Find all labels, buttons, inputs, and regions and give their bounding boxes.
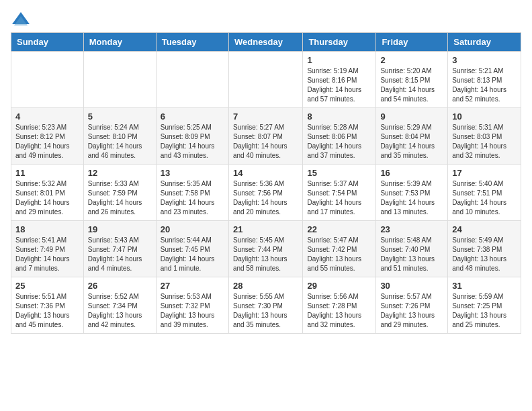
- calendar-cell: 20Sunrise: 5:44 AM Sunset: 7:45 PM Dayli…: [156, 221, 228, 277]
- calendar-cell: 22Sunrise: 5:47 AM Sunset: 7:42 PM Dayli…: [303, 221, 376, 277]
- calendar-cell: 14Sunrise: 5:36 AM Sunset: 7:56 PM Dayli…: [228, 165, 302, 221]
- day-number: 22: [307, 224, 371, 234]
- day-number: 16: [380, 168, 443, 178]
- day-info: Sunrise: 5:40 AM Sunset: 7:51 PM Dayligh…: [452, 179, 517, 217]
- day-number: 19: [88, 224, 152, 234]
- calendar-week-row: 4Sunrise: 5:23 AM Sunset: 8:12 PM Daylig…: [11, 108, 521, 165]
- calendar-cell: [156, 52, 228, 108]
- day-number: 2: [380, 55, 443, 65]
- calendar-cell: 16Sunrise: 5:39 AM Sunset: 7:53 PM Dayli…: [376, 165, 448, 221]
- calendar-cell: 28Sunrise: 5:55 AM Sunset: 7:30 PM Dayli…: [228, 277, 302, 334]
- calendar-cell: 12Sunrise: 5:33 AM Sunset: 7:59 PM Dayli…: [83, 165, 156, 221]
- day-number: 21: [233, 224, 298, 234]
- day-info: Sunrise: 5:35 AM Sunset: 7:58 PM Dayligh…: [161, 179, 224, 217]
- logo: [11, 11, 34, 27]
- calendar-cell: 3Sunrise: 5:21 AM Sunset: 8:13 PM Daylig…: [448, 52, 521, 108]
- day-number: 27: [161, 281, 224, 291]
- day-info: Sunrise: 5:55 AM Sunset: 7:30 PM Dayligh…: [233, 292, 298, 330]
- logo-icon: [11, 11, 31, 27]
- day-info: Sunrise: 5:29 AM Sunset: 8:04 PM Dayligh…: [380, 123, 443, 161]
- calendar-cell: 6Sunrise: 5:25 AM Sunset: 8:09 PM Daylig…: [156, 108, 228, 165]
- calendar-week-row: 1Sunrise: 5:19 AM Sunset: 8:16 PM Daylig…: [11, 52, 521, 108]
- weekday-header: Tuesday: [156, 33, 228, 52]
- calendar-cell: 30Sunrise: 5:57 AM Sunset: 7:26 PM Dayli…: [376, 277, 448, 334]
- day-info: Sunrise: 5:45 AM Sunset: 7:44 PM Dayligh…: [233, 236, 298, 273]
- day-number: 28: [233, 281, 298, 291]
- day-number: 24: [452, 224, 517, 234]
- day-number: 20: [161, 224, 224, 234]
- day-number: 3: [452, 55, 517, 65]
- day-number: 14: [233, 168, 298, 178]
- day-number: 7: [233, 111, 298, 122]
- calendar-cell: 24Sunrise: 5:49 AM Sunset: 7:38 PM Dayli…: [448, 221, 521, 277]
- calendar-cell: 1Sunrise: 5:19 AM Sunset: 8:16 PM Daylig…: [303, 52, 376, 108]
- weekday-header: Monday: [83, 33, 156, 52]
- day-number: 15: [307, 168, 371, 178]
- day-info: Sunrise: 5:36 AM Sunset: 7:56 PM Dayligh…: [233, 179, 298, 217]
- day-number: 17: [452, 168, 517, 178]
- day-number: 23: [380, 224, 443, 234]
- calendar-cell: 31Sunrise: 5:59 AM Sunset: 7:25 PM Dayli…: [448, 277, 521, 334]
- day-info: Sunrise: 5:47 AM Sunset: 7:42 PM Dayligh…: [307, 236, 371, 273]
- day-info: Sunrise: 5:49 AM Sunset: 7:38 PM Dayligh…: [452, 236, 517, 273]
- day-number: 9: [380, 111, 443, 122]
- day-info: Sunrise: 5:41 AM Sunset: 7:49 PM Dayligh…: [15, 236, 79, 273]
- calendar-cell: 29Sunrise: 5:56 AM Sunset: 7:28 PM Dayli…: [303, 277, 376, 334]
- day-info: Sunrise: 5:28 AM Sunset: 8:06 PM Dayligh…: [307, 123, 371, 161]
- calendar-cell: 19Sunrise: 5:43 AM Sunset: 7:47 PM Dayli…: [83, 221, 156, 277]
- weekday-header: Thursday: [303, 33, 376, 52]
- calendar-week-row: 11Sunrise: 5:32 AM Sunset: 8:01 PM Dayli…: [11, 165, 521, 221]
- calendar-week-row: 25Sunrise: 5:51 AM Sunset: 7:36 PM Dayli…: [11, 277, 521, 334]
- day-number: 4: [15, 111, 79, 122]
- day-info: Sunrise: 5:20 AM Sunset: 8:15 PM Dayligh…: [380, 66, 443, 104]
- calendar-cell: 5Sunrise: 5:24 AM Sunset: 8:10 PM Daylig…: [83, 108, 156, 165]
- calendar-week-row: 18Sunrise: 5:41 AM Sunset: 7:49 PM Dayli…: [11, 221, 521, 277]
- calendar-cell: 4Sunrise: 5:23 AM Sunset: 8:12 PM Daylig…: [11, 108, 84, 165]
- day-info: Sunrise: 5:31 AM Sunset: 8:03 PM Dayligh…: [452, 123, 517, 161]
- calendar-table: SundayMondayTuesdayWednesdayThursdayFrid…: [11, 32, 521, 334]
- day-info: Sunrise: 5:33 AM Sunset: 7:59 PM Dayligh…: [88, 179, 152, 217]
- day-number: 26: [88, 281, 152, 291]
- calendar-cell: 7Sunrise: 5:27 AM Sunset: 8:07 PM Daylig…: [228, 108, 302, 165]
- day-info: Sunrise: 5:25 AM Sunset: 8:09 PM Dayligh…: [161, 123, 224, 161]
- day-number: 6: [161, 111, 224, 122]
- calendar-cell: 15Sunrise: 5:37 AM Sunset: 7:54 PM Dayli…: [303, 165, 376, 221]
- day-info: Sunrise: 5:57 AM Sunset: 7:26 PM Dayligh…: [380, 292, 443, 330]
- day-info: Sunrise: 5:44 AM Sunset: 7:45 PM Dayligh…: [161, 236, 224, 273]
- day-number: 25: [15, 281, 79, 291]
- calendar-cell: 25Sunrise: 5:51 AM Sunset: 7:36 PM Dayli…: [11, 277, 84, 334]
- day-info: Sunrise: 5:53 AM Sunset: 7:32 PM Dayligh…: [161, 292, 224, 330]
- day-number: 13: [161, 168, 224, 178]
- calendar-cell: 11Sunrise: 5:32 AM Sunset: 8:01 PM Dayli…: [11, 165, 84, 221]
- calendar-cell: 18Sunrise: 5:41 AM Sunset: 7:49 PM Dayli…: [11, 221, 84, 277]
- page-header: [11, 11, 521, 27]
- day-info: Sunrise: 5:51 AM Sunset: 7:36 PM Dayligh…: [15, 292, 79, 330]
- day-info: Sunrise: 5:56 AM Sunset: 7:28 PM Dayligh…: [307, 292, 371, 330]
- day-info: Sunrise: 5:37 AM Sunset: 7:54 PM Dayligh…: [307, 179, 371, 217]
- calendar-cell: 8Sunrise: 5:28 AM Sunset: 8:06 PM Daylig…: [303, 108, 376, 165]
- day-info: Sunrise: 5:32 AM Sunset: 8:01 PM Dayligh…: [15, 179, 79, 217]
- day-info: Sunrise: 5:43 AM Sunset: 7:47 PM Dayligh…: [88, 236, 152, 273]
- calendar-cell: 9Sunrise: 5:29 AM Sunset: 8:04 PM Daylig…: [376, 108, 448, 165]
- calendar-cell: 2Sunrise: 5:20 AM Sunset: 8:15 PM Daylig…: [376, 52, 448, 108]
- day-number: 29: [307, 281, 371, 291]
- weekday-header: Wednesday: [228, 33, 302, 52]
- calendar-cell: [11, 52, 84, 108]
- day-number: 30: [380, 281, 443, 291]
- day-number: 1: [307, 55, 371, 65]
- calendar-cell: 17Sunrise: 5:40 AM Sunset: 7:51 PM Dayli…: [448, 165, 521, 221]
- day-info: Sunrise: 5:39 AM Sunset: 7:53 PM Dayligh…: [380, 179, 443, 217]
- day-number: 11: [15, 168, 79, 178]
- day-info: Sunrise: 5:59 AM Sunset: 7:25 PM Dayligh…: [452, 292, 517, 330]
- day-number: 18: [15, 224, 79, 234]
- calendar-cell: 13Sunrise: 5:35 AM Sunset: 7:58 PM Dayli…: [156, 165, 228, 221]
- day-info: Sunrise: 5:52 AM Sunset: 7:34 PM Dayligh…: [88, 292, 152, 330]
- day-number: 5: [88, 111, 152, 122]
- calendar-cell: 26Sunrise: 5:52 AM Sunset: 7:34 PM Dayli…: [83, 277, 156, 334]
- calendar-cell: 27Sunrise: 5:53 AM Sunset: 7:32 PM Dayli…: [156, 277, 228, 334]
- weekday-header: Friday: [376, 33, 448, 52]
- day-number: 31: [452, 281, 517, 291]
- calendar-cell: 23Sunrise: 5:48 AM Sunset: 7:40 PM Dayli…: [376, 221, 448, 277]
- weekday-header: Sunday: [11, 33, 84, 52]
- calendar-cell: 21Sunrise: 5:45 AM Sunset: 7:44 PM Dayli…: [228, 221, 302, 277]
